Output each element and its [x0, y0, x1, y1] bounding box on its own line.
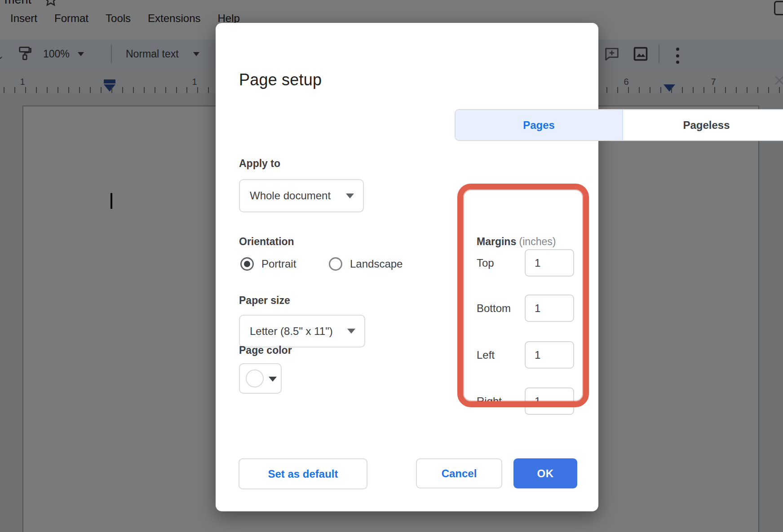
- chevron-down-icon: [347, 329, 355, 334]
- page-mode-tabs: PagesPageless: [455, 109, 783, 141]
- google-docs-screen: ment InsertFormatToolsExtensionsHelp ⌄ 1…: [0, 0, 783, 532]
- tab-pageless[interactable]: Pageless: [623, 110, 783, 140]
- cancel-button[interactable]: Cancel: [416, 458, 502, 488]
- page-color-label: Page color: [239, 344, 292, 356]
- radio-label: Portrait: [261, 258, 296, 270]
- paper-size-select[interactable]: Letter (8.5" x 11"): [239, 315, 365, 347]
- page-setup-dialog: Page setup PagesPageless Apply to Whole …: [216, 23, 598, 511]
- tab-pages[interactable]: Pages: [456, 110, 623, 140]
- margin-top-label: Top: [477, 257, 494, 269]
- paper-size-label: Paper size: [239, 295, 290, 307]
- chevron-down-icon: [346, 193, 354, 198]
- margins-label: Margins (inches): [477, 236, 556, 248]
- radio-portrait[interactable]: Portrait: [240, 258, 296, 270]
- radio-label: Landscape: [350, 258, 403, 270]
- apply-to-select[interactable]: Whole document: [239, 179, 364, 212]
- radio-landscape[interactable]: Landscape: [329, 258, 403, 270]
- margin-right-label: Right: [477, 395, 502, 408]
- orientation-options: PortraitLandscape: [240, 258, 456, 270]
- chevron-down-icon: [269, 377, 277, 382]
- close-icon[interactable]: [770, 70, 783, 90]
- margin-top-input[interactable]: [525, 249, 574, 277]
- radio-unselected-icon: [329, 257, 342, 271]
- color-swatch-white: [246, 369, 264, 387]
- set-as-default-button[interactable]: Set as default: [239, 458, 367, 489]
- margins-unit-label: (inches): [519, 236, 556, 247]
- margin-bottom-label: Bottom: [477, 302, 511, 315]
- dialog-title: Page setup: [239, 70, 322, 89]
- apply-to-label: Apply to: [239, 158, 280, 170]
- margin-left-label: Left: [477, 349, 495, 361]
- apply-to-value: Whole document: [250, 189, 331, 202]
- margin-left-input[interactable]: [525, 341, 574, 369]
- ok-button[interactable]: OK: [513, 458, 577, 488]
- paper-size-value: Letter (8.5" x 11"): [250, 325, 333, 338]
- margin-bottom-input[interactable]: [525, 295, 574, 322]
- radio-selected-icon: [240, 257, 254, 271]
- margin-right-input[interactable]: [525, 387, 574, 415]
- orientation-label: Orientation: [239, 236, 294, 248]
- page-color-select[interactable]: [239, 363, 282, 394]
